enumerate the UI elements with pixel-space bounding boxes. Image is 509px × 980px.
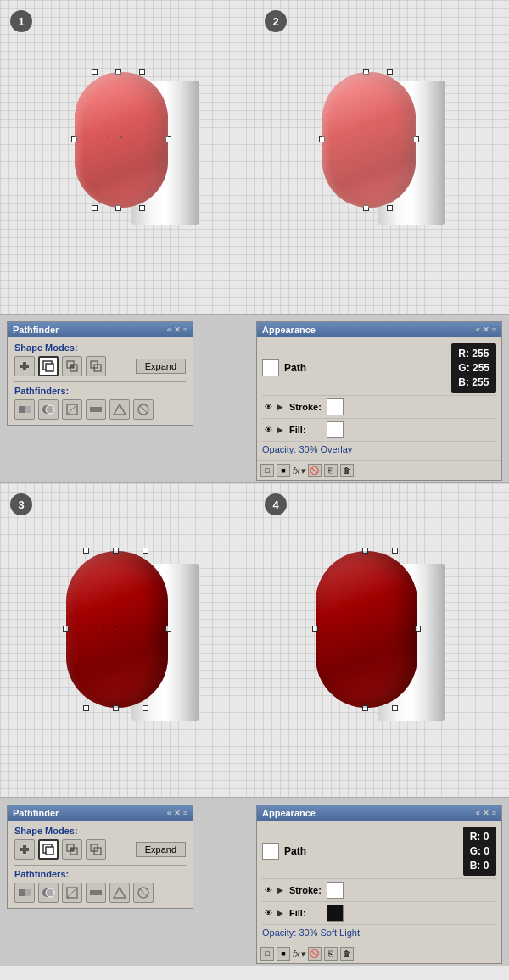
canvas-cell-1: 1 · ·: [0, 0, 255, 314]
arrow-icon-fill-2[interactable]: ▶: [277, 909, 286, 917]
step-badge-2: 2: [265, 10, 287, 32]
svg-rect-15: [90, 407, 102, 412]
shape-btn-exclude-2[interactable]: [86, 839, 106, 860]
close-icon-4[interactable]: ✕: [483, 809, 489, 817]
close-icon[interactable]: ✕: [174, 326, 181, 334]
pathfinder-title-2: Pathfinder: [13, 808, 59, 818]
visibility-icon-stroke-2[interactable]: 👁: [262, 884, 274, 896]
pf-btn-7[interactable]: [14, 883, 35, 903]
arrow-icon-stroke-1[interactable]: ▶: [277, 403, 286, 411]
shape-btn-subtract[interactable]: [38, 356, 59, 376]
svg-rect-20: [23, 845, 26, 854]
svg-line-33: [67, 888, 77, 898]
stroke-swatch-1: [327, 398, 344, 415]
double-chevron-icon-4[interactable]: «: [476, 809, 480, 817]
new-item-icon-1[interactable]: □: [260, 464, 274, 477]
delete-icon-2[interactable]: 🚫: [308, 947, 322, 961]
pf-btn-2[interactable]: [38, 399, 59, 420]
svg-line-18: [140, 406, 147, 413]
svg-rect-1: [23, 362, 26, 370]
appearance-stroke-row-1: 👁 ▶ Stroke:: [262, 396, 496, 419]
shape-btn-intersect-2[interactable]: [62, 839, 82, 860]
pf-btn-11[interactable]: [109, 883, 130, 903]
pf-btn-4[interactable]: [86, 399, 106, 420]
dots-3: · ·: [102, 619, 120, 634]
appearance-controls-2[interactable]: « ✕ ≡: [476, 809, 496, 817]
fill-swatch-1: [327, 421, 344, 438]
pf-btn-1[interactable]: [14, 399, 35, 420]
shape-btn-intersect[interactable]: [62, 356, 82, 376]
arrow-icon-stroke-2[interactable]: ▶: [277, 886, 286, 894]
svg-line-37: [140, 889, 147, 896]
pathfinder-titlebar-2: Pathfinder « ✕ ≡: [8, 805, 193, 821]
appearance-titlebar-2: Appearance « ✕ ≡: [257, 805, 501, 821]
visibility-icon-fill-1[interactable]: 👁: [262, 424, 274, 436]
rgb-b-2: B: 0: [470, 859, 489, 873]
pathfinders-label-2: Pathfinders:: [14, 869, 186, 879]
expand-button-1[interactable]: Expand: [136, 359, 186, 374]
trash-icon-2[interactable]: 🗑: [340, 947, 354, 961]
step-badge-3: 3: [10, 493, 32, 515]
pathfinder-container-1: Pathfinder « ✕ ≡ Shape Modes:: [0, 315, 238, 487]
arrow-icon-fill-1[interactable]: ▶: [277, 426, 286, 434]
pf-btn-12[interactable]: [133, 883, 154, 903]
svg-marker-35: [114, 888, 126, 898]
double-chevron-icon-2[interactable]: «: [476, 326, 480, 334]
menu-icon-2[interactable]: ≡: [492, 326, 496, 334]
red-pill-4: [316, 551, 417, 708]
opacity-row-1: Opacity: 30% Overlay: [262, 442, 496, 457]
pathfinder-body-1: Shape Modes:: [8, 337, 193, 425]
visibility-icon-stroke-1[interactable]: 👁: [262, 401, 274, 413]
pf-btn-10[interactable]: [86, 883, 106, 903]
appearance-path-row-1: Path R: 255 G: 255 B: 255: [262, 341, 496, 396]
layer-icon-2[interactable]: ■: [277, 947, 290, 961]
pf-btn-3[interactable]: [62, 399, 82, 420]
visibility-icon-fill-2[interactable]: 👁: [262, 907, 274, 919]
menu-icon-4[interactable]: ≡: [492, 809, 496, 817]
pathfinder-controls-2[interactable]: « ✕ ≡: [167, 809, 187, 817]
double-chevron-icon[interactable]: «: [167, 326, 171, 334]
pf-btn-8[interactable]: [38, 883, 59, 903]
delete-icon-1[interactable]: 🚫: [308, 464, 322, 477]
close-icon-2[interactable]: ✕: [483, 326, 489, 334]
pathfinder-panel-2: Pathfinder « ✕ ≡ Shape Modes:: [7, 805, 193, 909]
appearance-controls-1[interactable]: « ✕ ≡: [476, 326, 496, 334]
expand-button-2[interactable]: Expand: [136, 842, 186, 857]
rgb-b-1: B: 255: [458, 376, 489, 390]
pf-btn-6[interactable]: [133, 399, 154, 420]
appearance-fill-row-1: 👁 ▶ Fill:: [262, 419, 496, 442]
fx-icon-2[interactable]: fx▾: [293, 949, 305, 960]
svg-line-14: [67, 404, 77, 415]
menu-icon[interactable]: ≡: [183, 326, 187, 334]
shape-btn-exclude[interactable]: [86, 356, 106, 376]
close-icon-3[interactable]: ✕: [174, 809, 181, 817]
step-badge-4: 4: [265, 493, 287, 515]
duplicate-icon-1[interactable]: ⎘: [324, 464, 338, 477]
shape-modes-label-1: Shape Modes:: [14, 342, 186, 353]
svg-rect-29: [25, 889, 31, 896]
menu-icon-3[interactable]: ≡: [183, 809, 187, 817]
pathfinder-controls-1[interactable]: « ✕ ≡: [167, 326, 187, 334]
canvas-row-2: 3 · · 4: [0, 483, 509, 797]
pf-btn-9[interactable]: [62, 883, 82, 903]
fx-icon-1[interactable]: fx▾: [293, 465, 305, 476]
trash-icon-1[interactable]: 🗑: [340, 464, 354, 477]
main-container: 1 · · 2: [0, 0, 509, 966]
stroke-label-1: Stroke:: [289, 402, 323, 412]
rgb-badge-1: R: 255 G: 255 B: 255: [451, 343, 496, 393]
appearance-stroke-row-2: 👁 ▶ Stroke:: [262, 879, 496, 902]
shape-btn-add[interactable]: [14, 356, 35, 376]
new-item-icon-2[interactable]: □: [260, 947, 274, 961]
stroke-swatch-2: [327, 882, 344, 899]
red-pill-3: · ·: [66, 551, 168, 708]
pathfinder-panel-1: Pathfinder « ✕ ≡ Shape Modes:: [7, 321, 193, 426]
svg-rect-3: [46, 364, 53, 371]
double-chevron-icon-3[interactable]: «: [167, 809, 171, 817]
layer-icon-1[interactable]: ■: [277, 464, 290, 477]
duplicate-icon-2[interactable]: ⎘: [324, 947, 338, 961]
shape-btn-add-2[interactable]: [14, 839, 35, 860]
shape-btn-subtract-2[interactable]: [38, 839, 59, 860]
dots-1: · ·: [107, 130, 126, 145]
appearance-title-1: Appearance: [262, 325, 316, 335]
pf-btn-5[interactable]: [109, 399, 130, 420]
